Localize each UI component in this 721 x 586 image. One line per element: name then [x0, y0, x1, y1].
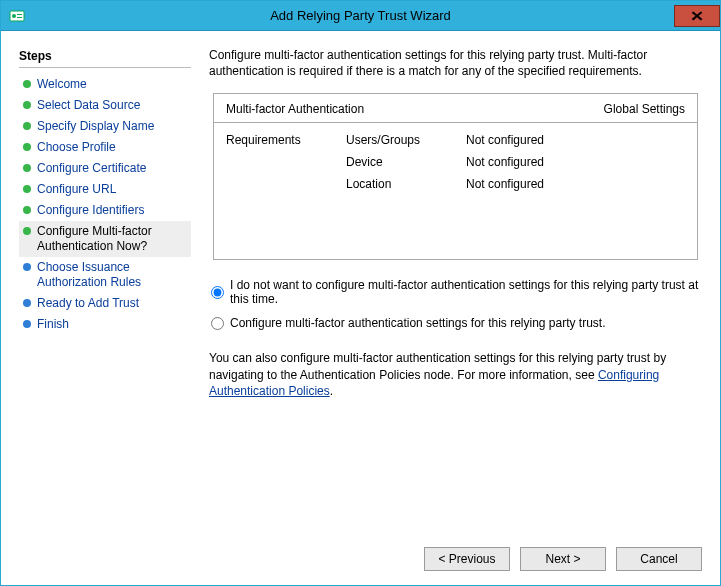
steps-list: Welcome Select Data Source Specify Displ… [19, 74, 191, 335]
bullet-icon [23, 263, 31, 271]
mfa-req-value: Not configured [466, 177, 544, 191]
step-label: Choose Issuance Authorization Rules [37, 260, 187, 290]
footnote: You can also configure multi-factor auth… [209, 350, 702, 399]
step-label: Finish [37, 317, 69, 332]
previous-button[interactable]: < Previous [424, 547, 510, 571]
bullet-icon [23, 227, 31, 235]
step-choose-profile[interactable]: Choose Profile [19, 137, 191, 158]
next-button[interactable]: Next > [520, 547, 606, 571]
bullet-icon [23, 299, 31, 307]
bullet-icon [23, 80, 31, 88]
body: Steps Welcome Select Data Source Specify… [19, 47, 702, 537]
radio-do-not-configure-input[interactable] [211, 286, 224, 299]
step-label: Select Data Source [37, 98, 140, 113]
step-configure-mfa[interactable]: Configure Multi-factor Authentication No… [19, 221, 191, 257]
step-configure-identifiers[interactable]: Configure Identifiers [19, 200, 191, 221]
mfa-req-name: Device [346, 155, 466, 169]
bullet-icon [23, 164, 31, 172]
main-pane: Configure multi-factor authentication se… [209, 47, 702, 537]
mfa-req-value: Not configured [466, 155, 544, 169]
wizard-window: Add Relying Party Trust Wizard ✕ Steps W… [0, 0, 721, 586]
step-configure-url[interactable]: Configure URL [19, 179, 191, 200]
step-ready-to-add-trust[interactable]: Ready to Add Trust [19, 293, 191, 314]
mfa-req-name: Location [346, 177, 466, 191]
step-finish[interactable]: Finish [19, 314, 191, 335]
steps-heading: Steps [19, 47, 191, 68]
radio-do-not-configure-label: I do not want to configure multi-factor … [230, 278, 702, 306]
content-area: Steps Welcome Select Data Source Specify… [1, 31, 720, 585]
step-choose-issuance-rules[interactable]: Choose Issuance Authorization Rules [19, 257, 191, 293]
bullet-icon [23, 320, 31, 328]
svg-rect-3 [17, 17, 22, 18]
step-label: Configure URL [37, 182, 116, 197]
step-welcome[interactable]: Welcome [19, 74, 191, 95]
step-select-data-source[interactable]: Select Data Source [19, 95, 191, 116]
mfa-requirements-label: Requirements [226, 133, 346, 147]
step-label: Welcome [37, 77, 87, 92]
step-label: Ready to Add Trust [37, 296, 139, 311]
radio-configure[interactable]: Configure multi-factor authentication se… [211, 316, 702, 330]
close-button[interactable]: ✕ [674, 5, 720, 27]
step-label: Configure Certificate [37, 161, 146, 176]
mfa-row: Requirements Users/Groups Not configured [226, 133, 685, 147]
mfa-box-body: Requirements Users/Groups Not configured… [214, 123, 697, 259]
bullet-icon [23, 143, 31, 151]
step-specify-display-name[interactable]: Specify Display Name [19, 116, 191, 137]
window-title: Add Relying Party Trust Wizard [1, 8, 720, 23]
app-icon [9, 8, 25, 24]
titlebar: Add Relying Party Trust Wizard ✕ [1, 1, 720, 31]
step-label: Specify Display Name [37, 119, 154, 134]
step-label: Choose Profile [37, 140, 116, 155]
mfa-row: Device Not configured [226, 155, 685, 169]
button-bar: < Previous Next > Cancel [19, 537, 702, 571]
mfa-req-name: Users/Groups [346, 133, 466, 147]
mfa-header-right: Global Settings [604, 102, 685, 116]
step-label: Configure Identifiers [37, 203, 144, 218]
intro-text: Configure multi-factor authentication se… [209, 47, 702, 79]
steps-pane: Steps Welcome Select Data Source Specify… [19, 47, 191, 537]
mfa-req-value: Not configured [466, 133, 544, 147]
mfa-row: Location Not configured [226, 177, 685, 191]
step-configure-certificate[interactable]: Configure Certificate [19, 158, 191, 179]
bullet-icon [23, 185, 31, 193]
footnote-text-b: . [330, 384, 333, 398]
mfa-header-left: Multi-factor Authentication [226, 102, 364, 116]
radio-do-not-configure[interactable]: I do not want to configure multi-factor … [211, 278, 702, 306]
bullet-icon [23, 206, 31, 214]
mfa-box-header: Multi-factor Authentication Global Setti… [214, 94, 697, 123]
close-icon: ✕ [690, 8, 704, 24]
step-label: Configure Multi-factor Authentication No… [37, 224, 187, 254]
svg-point-1 [12, 14, 16, 18]
svg-rect-2 [17, 14, 22, 15]
bullet-icon [23, 101, 31, 109]
cancel-button[interactable]: Cancel [616, 547, 702, 571]
bullet-icon [23, 122, 31, 130]
radio-configure-label: Configure multi-factor authentication se… [230, 316, 606, 330]
radio-configure-input[interactable] [211, 317, 224, 330]
mfa-settings-box: Multi-factor Authentication Global Setti… [213, 93, 698, 260]
